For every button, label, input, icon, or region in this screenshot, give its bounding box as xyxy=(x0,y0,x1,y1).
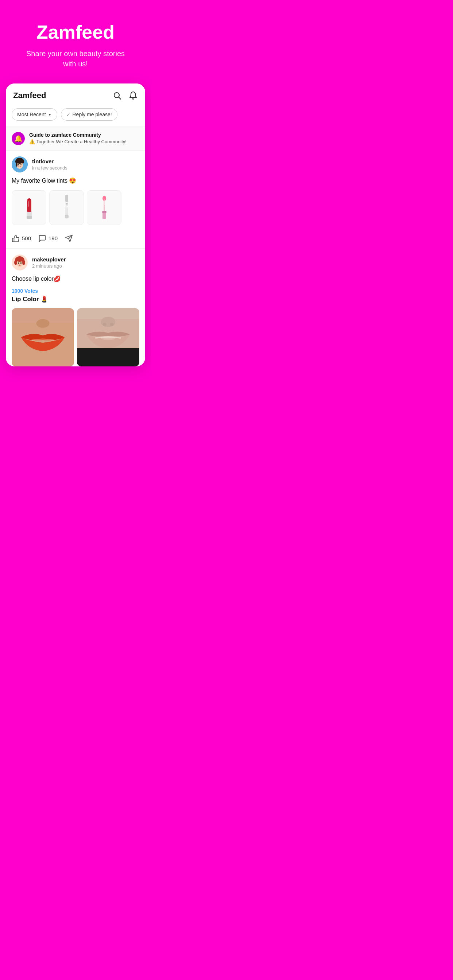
svg-rect-46 xyxy=(12,345,21,366)
svg-rect-22 xyxy=(65,204,67,204)
post-2-meta: makeuplover 2 minutes ago xyxy=(32,256,66,269)
chevron-down-icon: ▼ xyxy=(48,113,52,117)
product-image-1[interactable] xyxy=(12,190,46,225)
svg-point-8 xyxy=(21,164,22,165)
svg-point-7 xyxy=(18,164,19,165)
svg-point-40 xyxy=(21,262,22,264)
svg-rect-23 xyxy=(65,205,67,205)
app-card: Zamfeed Most Recent ▼ ✓ Reply me xyxy=(6,83,145,366)
like-count: 500 xyxy=(22,235,31,241)
community-banner[interactable]: 🔔 Guide to zamface Community ⚠️ Together… xyxy=(6,127,145,151)
comment-button[interactable]: 190 xyxy=(38,234,57,242)
community-banner-subtitle: ⚠️ Together We Create a Healthy Communit… xyxy=(29,139,126,145)
post-1-avatar[interactable] xyxy=(12,156,28,172)
post-2-username[interactable]: makeuplover xyxy=(32,256,66,262)
post-1-product-images xyxy=(12,190,139,225)
check-icon: ✓ xyxy=(66,112,70,118)
svg-rect-20 xyxy=(65,207,68,215)
bell-icon: 🔔 xyxy=(12,132,25,145)
poll-option-2[interactable] xyxy=(77,308,139,366)
svg-point-39 xyxy=(18,262,19,264)
community-text: Guide to zamface Community ⚠️ Together W… xyxy=(29,132,126,145)
notification-button[interactable] xyxy=(128,91,138,100)
svg-rect-29 xyxy=(102,211,107,213)
svg-rect-13 xyxy=(27,212,32,216)
svg-point-9 xyxy=(17,165,19,167)
product-image-3[interactable] xyxy=(87,190,121,225)
post-2-header: makeuplover 2 minutes ago xyxy=(12,255,139,270)
votes-count: 1000 Votes xyxy=(12,288,139,294)
community-banner-title: Guide to zamface Community xyxy=(29,132,126,138)
poll-images xyxy=(12,308,139,366)
like-button[interactable]: 500 xyxy=(12,234,31,242)
svg-point-10 xyxy=(21,165,23,167)
svg-rect-49 xyxy=(77,348,139,366)
post-1-meta: tintlover in a few seconds xyxy=(32,158,67,170)
svg-rect-24 xyxy=(65,205,67,206)
svg-line-1 xyxy=(119,97,121,100)
post-1-username[interactable]: tintlover xyxy=(32,158,67,164)
hero-title: Zamfeed xyxy=(9,22,142,43)
post-1-actions: 500 190 xyxy=(12,230,139,248)
reply-tag-label: Reply me please! xyxy=(73,111,112,118)
sort-filter-button[interactable]: Most Recent ▼ xyxy=(12,108,57,121)
share-button[interactable] xyxy=(65,234,73,242)
svg-point-5 xyxy=(16,158,24,164)
product-image-2[interactable] xyxy=(49,190,84,225)
app-header-title: Zamfeed xyxy=(13,91,46,100)
svg-rect-21 xyxy=(65,215,69,218)
svg-point-41 xyxy=(16,264,18,265)
post-1-header: tintlover in a few seconds xyxy=(12,156,139,172)
svg-rect-15 xyxy=(28,201,29,207)
post-2-timestamp: 2 minutes ago xyxy=(32,263,66,269)
svg-point-51 xyxy=(101,336,116,340)
reply-filter-tag[interactable]: ✓ Reply me please! xyxy=(61,108,118,121)
hero-section: Zamfeed Share your own beauty storieswit… xyxy=(0,0,151,83)
poll-title: Lip Color 💄 xyxy=(12,295,139,303)
svg-rect-30 xyxy=(104,199,105,205)
svg-rect-18 xyxy=(65,195,68,202)
search-button[interactable] xyxy=(112,91,122,100)
hero-subtitle: Share your own beauty storieswith us! xyxy=(9,48,142,69)
post-1-timestamp: in a few seconds xyxy=(32,165,67,170)
post-1: tintlover in a few seconds My favorite G… xyxy=(6,151,145,248)
poll-option-1[interactable] xyxy=(12,308,74,366)
post-1-text: My favorite Glow tints 😍 xyxy=(12,177,139,185)
header-icons xyxy=(112,91,138,100)
filter-bar: Most Recent ▼ ✓ Reply me please! xyxy=(6,106,145,127)
svg-point-54 xyxy=(110,323,114,326)
svg-point-42 xyxy=(21,264,23,265)
app-header: Zamfeed xyxy=(6,83,145,106)
post-2-text: Choose lip color💋 xyxy=(12,275,139,283)
post-2-avatar[interactable] xyxy=(12,255,28,270)
sort-filter-label: Most Recent xyxy=(17,111,46,118)
comment-count: 190 xyxy=(48,235,57,241)
post-2: makeuplover 2 minutes ago Choose lip col… xyxy=(6,249,145,366)
svg-point-47 xyxy=(37,319,49,328)
svg-point-53 xyxy=(103,323,107,326)
